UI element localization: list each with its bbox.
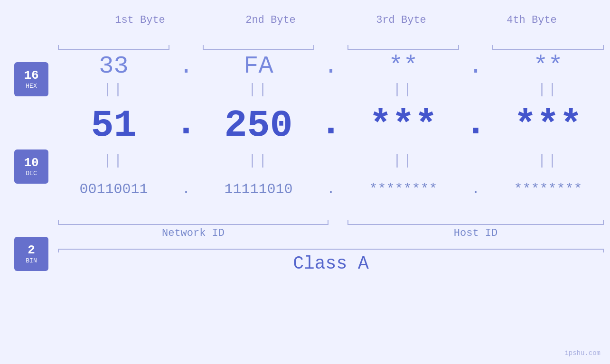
host-id-bracket [338,211,610,225]
hex-num: 16 [24,69,38,83]
bin-cell-3: ******** [338,181,469,197]
dec-num: 10 [24,156,38,170]
top-bracket-row [48,31,610,50]
dec-row: 51 . 250 . *** . *** [48,99,610,151]
equals-cell-1: || [48,82,179,98]
hex-dot-1: . [179,52,193,80]
watermark: ipshu.com [564,349,601,357]
equals-cell-3: || [338,82,469,98]
hex-cell-3: ** [338,52,469,80]
dec-value-1: 51 [91,104,136,147]
byte-labels-row: 1st Byte 2nd Byte 3rd Byte 4th Byte [0,14,610,26]
dec-dot-2: . [324,102,338,149]
base-labels: 16 HEX 10 DEC 2 BIN [0,31,48,355]
hex-value-1: 33 [99,52,128,80]
dec-cell-3: *** [338,104,469,147]
hex-cell-1: 33 [48,52,179,80]
hex-dot-2: . [324,52,338,80]
byte-label-1: 1st Byte [75,14,206,26]
bottom-brackets-row [48,211,610,225]
equals-cell-2: || [193,82,324,98]
hex-cell-2: FA [193,52,324,80]
bin-dot-1: . [179,181,193,197]
byte-label-4: 4th Byte [467,14,597,26]
dec-badge: 10 DEC [14,149,48,184]
hex-value-3: ** [388,52,418,80]
dec-cell-2: 250 [193,104,324,147]
dec-value-2: 250 [224,104,292,147]
dec-name: DEC [26,170,37,177]
byte-label-3: 3rd Byte [336,14,467,26]
equals-cell-4: || [483,82,610,98]
bin-row: 00110011 . 11111010 . ******** . *******… [48,170,610,208]
dec-cell-1: 51 [48,104,179,147]
hex-name: HEX [26,83,37,90]
hex-value-2: FA [244,52,273,80]
values-area: 33 . FA . ** . ** || || [48,31,610,355]
bin-value-4: ******** [514,181,582,197]
class-label: Class A [293,253,369,274]
dec-dot-1: . [179,102,193,149]
bracket-cell-1 [48,31,179,50]
equals-cell-5: || [48,153,179,169]
bracket-cell-2 [193,31,324,50]
equals-cell-6: || [193,153,324,169]
host-id-label: Host ID [338,225,610,239]
id-labels-row: Network ID Host ID [48,225,610,244]
dec-dot-3: . [469,102,483,149]
bin-cell-4: ******** [483,181,610,197]
bin-value-1: 00110011 [79,181,148,197]
network-id-bracket [48,211,338,225]
equals-row-2: || || || || [48,151,610,170]
byte-label-2: 2nd Byte [206,14,336,26]
bin-num: 2 [28,243,35,257]
equals-row-1: || || || || [48,80,610,99]
bottom-section: Network ID Host ID Class A [48,211,610,274]
dec-value-3: *** [369,104,437,147]
class-section: Class A [48,249,610,274]
hex-value-4: ** [533,52,563,80]
bracket-cell-3 [338,31,469,50]
bin-value-3: ******** [369,181,437,197]
equals-cell-7: || [338,153,469,169]
content-area: 16 HEX 10 DEC 2 BIN [0,31,610,355]
class-bracket-line [58,249,604,250]
dec-value-4: *** [514,104,582,147]
bin-badge: 2 BIN [14,237,48,271]
hex-dot-3: . [469,52,483,80]
bin-dot-3: . [469,181,483,197]
network-id-label: Network ID [48,225,338,239]
equals-cell-8: || [483,153,610,169]
main-container: 1st Byte 2nd Byte 3rd Byte 4th Byte 16 H… [0,0,610,364]
hex-cell-4: ** [483,52,610,80]
bin-dot-2: . [324,181,338,197]
bracket-cell-4 [483,31,610,50]
bin-cell-2: 11111010 [193,181,324,197]
hex-badge: 16 HEX [14,62,48,96]
bin-value-2: 11111010 [224,181,292,197]
dec-cell-4: *** [483,104,610,147]
hex-row: 33 . FA . ** . ** [48,52,610,80]
bin-cell-1: 00110011 [48,181,179,197]
bin-name: BIN [26,257,37,264]
